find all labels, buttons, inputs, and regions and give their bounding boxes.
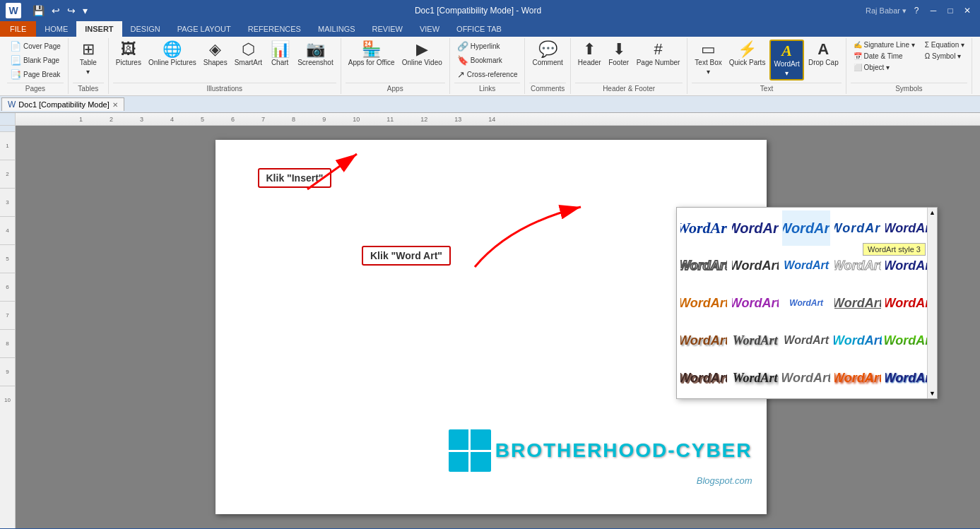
symbol-btn[interactable]: Ω Symbol ▾ <box>922 51 967 61</box>
links-label: Links <box>454 83 521 93</box>
wordart-style-1[interactable]: WordArt <box>680 210 728 246</box>
tab-references[interactable]: REFERENCES <box>240 21 309 37</box>
wordart-panel: WordArt WordArt WordArt WordArt WordArt … <box>676 207 938 399</box>
user-name: Raj Babar ▾ <box>866 6 907 16</box>
save-quick-btn[interactable]: 💾 <box>30 4 47 18</box>
customize-quick-btn[interactable]: ▾ <box>80 4 90 18</box>
pictures-btn[interactable]: 🖼 Pictures <box>113 40 144 69</box>
redo-quick-btn[interactable]: ↪ <box>64 4 78 18</box>
wordart-style-11[interactable]: WordArt <box>680 285 728 321</box>
scroll-up-btn[interactable]: ▲ <box>929 209 935 216</box>
table-btn[interactable]: ⊞ Table ▾ <box>73 40 104 78</box>
wordart-style-4[interactable]: WordArt <box>834 210 882 246</box>
cover-page-icon: 📄 <box>10 41 21 52</box>
ruler-mark-9: 9 <box>0 357 15 386</box>
tab-review[interactable]: REVIEW <box>364 21 411 37</box>
wordart-style-12[interactable]: WordArt <box>731 285 779 321</box>
window-controls: Raj Babar ▾ ? ─ □ ✕ <box>866 4 974 18</box>
wordart-style-23[interactable]: WordArt <box>782 360 830 396</box>
close-button[interactable]: ✕ <box>960 4 974 18</box>
smartart-btn[interactable]: ⬡ SmartArt <box>232 40 265 69</box>
chart-btn[interactable]: 📊 Chart <box>266 40 293 69</box>
doc-tab-1[interactable]: W Doc1 [Compatibility Mode] ✕ <box>1 97 124 111</box>
wordart-style-22[interactable]: WordArt <box>731 360 779 396</box>
maximize-button[interactable]: □ <box>943 4 957 18</box>
ruler-mark-4: 4 <box>0 216 15 244</box>
scroll-down-btn[interactable]: ▼ <box>929 390 935 397</box>
wordart-style-5[interactable]: WordArt <box>885 210 933 246</box>
wordart-style-13[interactable]: WordArt <box>782 285 830 321</box>
online-pictures-icon: 🌐 <box>163 42 182 57</box>
wordart-style-14[interactable]: WordArt <box>834 285 882 321</box>
panel-scrollbar[interactable]: ▲ ▼ <box>927 208 937 398</box>
page-number-icon: # <box>654 42 662 57</box>
tab-insert[interactable]: INSERT <box>76 21 122 37</box>
minimize-button[interactable]: ─ <box>926 4 940 18</box>
blogspot-text: Blogspot.com <box>697 475 752 486</box>
footer-btn[interactable]: ⬇ Footer <box>606 40 632 69</box>
brotherhood-text: BROTHERHOOD-CYBER <box>495 439 752 462</box>
drop-cap-btn[interactable]: A Drop Cap <box>805 40 842 69</box>
equation-btn[interactable]: Σ Equation ▾ <box>922 40 967 50</box>
quick-access-toolbar: 💾 ↩ ↪ ▾ <box>30 4 90 18</box>
online-video-btn[interactable]: ▶ Online Video <box>399 40 445 69</box>
wordart-style-16[interactable]: WordArt <box>680 323 728 358</box>
wordart-style-21[interactable]: WordArt <box>680 360 728 396</box>
apps-label: Apps <box>346 83 445 93</box>
wordart-style-15[interactable]: WordArt <box>885 285 933 321</box>
blank-page-btn[interactable]: 📃Blank Page <box>7 54 64 67</box>
tab-mailings[interactable]: MAILINGS <box>309 21 364 37</box>
cross-ref-icon: ↗ <box>457 69 465 80</box>
tab-home[interactable]: HOME <box>36 21 76 37</box>
object-btn[interactable]: ⬜ Object ▾ <box>851 62 918 73</box>
online-pictures-btn[interactable]: 🌐 Online Pictures <box>146 40 199 69</box>
wordart-style-24[interactable]: WordArt <box>834 360 882 396</box>
tab-page-layout[interactable]: PAGE LAYOUT <box>169 21 240 37</box>
page-number-btn[interactable]: # Page Number <box>634 40 683 69</box>
screenshot-btn[interactable]: 📷 Screenshot <box>295 40 336 69</box>
wordart-btn[interactable]: A WordArt ▾ <box>769 40 804 81</box>
pictures-icon: 🖼 <box>121 42 136 57</box>
wordart-style-25[interactable]: WordArt <box>885 360 933 396</box>
editing-area: 1234567891011121314 1 2 3 4 5 6 7 8 9 10… <box>0 113 980 528</box>
wordart-style-20[interactable]: WordArt <box>885 323 933 358</box>
undo-quick-btn[interactable]: ↩ <box>49 4 63 18</box>
apps-items: 🏪 Apps for Office ▶ Online Video <box>346 40 445 81</box>
title-bar: W 💾 ↩ ↪ ▾ Doc1 [Compatibility Mode] - Wo… <box>0 0 980 21</box>
quick-parts-btn[interactable]: ⚡ Quick Parts <box>726 40 769 69</box>
date-time-btn[interactable]: 📅 Date & Time <box>851 51 918 61</box>
wordart-style-19[interactable]: WordArt <box>834 323 882 358</box>
group-comments: 💬 Comment Comments <box>525 38 570 94</box>
bookmark-icon: 🔖 <box>457 55 468 66</box>
hyperlink-btn[interactable]: 🔗Hyperlink <box>454 40 521 53</box>
tab-file[interactable]: FILE <box>0 21 36 37</box>
signature-line-btn[interactable]: ✍ Signature Line ▾ <box>851 40 918 50</box>
page-break-btn[interactable]: 📑Page Break <box>7 68 64 81</box>
help-button[interactable]: ? <box>909 4 923 18</box>
apps-office-btn[interactable]: 🏪 Apps for Office <box>346 40 398 69</box>
wordart-style-3[interactable]: WordArt <box>782 210 830 246</box>
cross-ref-btn[interactable]: ↗Cross-reference <box>454 68 521 81</box>
bookmark-btn[interactable]: 🔖Bookmark <box>454 54 521 67</box>
text-box-btn[interactable]: ▭ Text Box ▾ <box>692 40 724 78</box>
tab-view[interactable]: VIEW <box>411 21 448 37</box>
wordart-style-7[interactable]: WordArt <box>731 248 779 283</box>
shapes-btn[interactable]: ◈ Shapes <box>201 40 230 69</box>
wordart-style-6[interactable]: WordArt <box>680 248 728 283</box>
wordart-style-18[interactable]: WordArt <box>782 323 830 358</box>
wordart-style-2[interactable]: WordArt <box>731 210 779 246</box>
comment-btn[interactable]: 💬 Comment <box>529 40 565 69</box>
tab-design[interactable]: DESIGN <box>122 21 169 37</box>
windows-logo <box>449 429 491 472</box>
comment-icon: 💬 <box>538 42 557 57</box>
wordart-style-8[interactable]: WordArt <box>782 248 830 283</box>
doc-tab-close[interactable]: ✕ <box>112 101 118 109</box>
wordart-style-17[interactable]: WordArt <box>731 323 779 358</box>
links-small-group: 🔗Hyperlink 🔖Bookmark ↗Cross-reference <box>454 40 521 81</box>
tables-label: Tables <box>73 83 104 93</box>
tab-office[interactable]: Office Tab <box>448 21 510 37</box>
cover-page-btn[interactable]: 📄Cover Page <box>7 40 64 53</box>
wordart-annotation: Klik "Word Art" <box>362 246 451 266</box>
header-btn[interactable]: ⬆ Header <box>575 40 604 69</box>
apps-office-icon: 🏪 <box>362 42 381 57</box>
